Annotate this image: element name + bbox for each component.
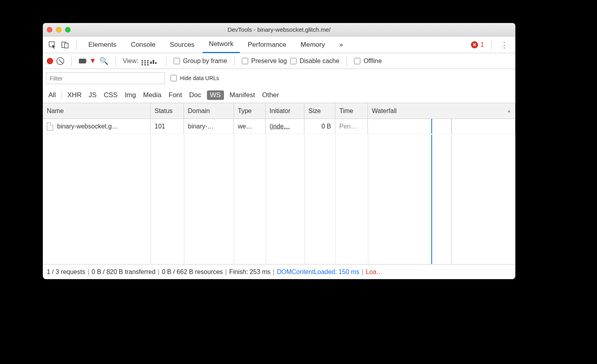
cell-type: we… [234,119,266,134]
separator [76,40,77,50]
requests-table: Name Status Domain Type Initiator Size T… [43,103,515,264]
type-ws[interactable]: WS [207,90,224,100]
overflow-icon: » [339,41,343,49]
tab-label: Network [209,40,233,48]
checkbox-input[interactable] [170,75,177,81]
checkbox-label: Disable cache [300,57,340,65]
tab-console[interactable]: Console [124,36,162,53]
type-doc[interactable]: Doc [188,90,203,100]
inspect-element-icon[interactable] [47,39,58,50]
col-domain[interactable]: Domain [184,103,234,119]
clear-icon[interactable] [56,57,64,65]
group-by-frame-checkbox[interactable]: Group by frame [174,57,227,65]
cell-name: binary-websocket.g… [43,119,151,134]
type-css[interactable]: CSS [102,90,119,100]
devtools-window: DevTools - binary-websocket.glitch.me/ E… [43,23,515,279]
separator [346,56,347,66]
table-row[interactable]: binary-websocket.g… 101 binary-… we… (in… [43,119,515,134]
dcl-line [431,135,432,264]
table-header: Name Status Domain Type Initiator Size T… [43,103,515,119]
kebab-menu-icon[interactable]: ⋮ [497,40,511,50]
preserve-log-checkbox[interactable]: Preserve log [242,57,287,65]
grid-line [451,135,452,264]
type-all[interactable]: All [47,90,57,100]
type-js[interactable]: JS [87,90,98,100]
tab-performance[interactable]: Performance [241,36,293,53]
dcl-marker [431,119,432,134]
tabs-overflow[interactable]: » [333,36,349,53]
column-gridlines [43,135,515,264]
cell-status: 101 [151,119,184,134]
checkbox-input[interactable] [290,58,297,64]
checkbox-input[interactable] [242,58,248,64]
cell-waterfall [368,119,515,134]
cell-size: 0 B [304,119,335,134]
cell-time: Pen… [335,119,368,134]
screenshot-icon[interactable] [79,59,86,63]
checkbox-label: Group by frame [183,57,227,65]
sb-load: Loa… [366,268,383,276]
type-filter-bar: All XHR JS CSS Img Media Font Doc WS Man… [43,87,515,103]
type-img[interactable]: Img [123,90,138,100]
tab-network[interactable]: Network [203,36,240,53]
tab-sources[interactable]: Sources [163,36,201,53]
type-other[interactable]: Other [260,90,281,100]
table-body: binary-websocket.g… 101 binary-… we… (in… [43,119,515,264]
type-xhr[interactable]: XHR [66,90,83,100]
status-bar: 1 / 3 requests| 0 B / 820 B transferred|… [43,264,515,279]
file-icon [47,123,53,130]
col-waterfall[interactable]: Waterfall [368,103,515,119]
sb-dcl: DOMContentLoaded: 150 ms [277,268,359,276]
sb-requests: 1 / 3 requests [47,268,85,276]
request-name: binary-websocket.g… [57,123,118,130]
sb-resources: 0 B / 662 B resources [162,268,223,276]
checkbox-input[interactable] [354,58,360,64]
separator [491,40,492,50]
tab-label: Elements [88,41,117,49]
separator [71,56,72,66]
cell-initiator[interactable]: (inde… [266,119,304,134]
col-name[interactable]: Name [43,103,151,119]
tab-memory[interactable]: Memory [294,36,331,53]
cell-domain: binary-… [184,119,234,134]
titlebar: DevTools - binary-websocket.glitch.me/ [43,23,515,36]
filter-input[interactable] [46,72,165,84]
type-font[interactable]: Font [167,90,184,100]
view-label: View: [123,57,138,65]
hide-data-urls-checkbox[interactable]: Hide data URLs [170,75,219,81]
col-initiator[interactable]: Initiator [266,103,304,119]
filter-icon[interactable]: ▼ [89,57,96,65]
disable-cache-checkbox[interactable]: Disable cache [290,57,340,65]
separator [115,56,116,66]
separator [61,91,62,99]
col-time[interactable]: Time [335,103,368,119]
separator [234,56,235,66]
filter-bar: Hide data URLs [43,69,515,87]
device-toolbar-icon[interactable] [59,39,71,50]
overview-icon[interactable] [150,58,159,64]
svg-rect-2 [65,43,68,48]
large-rows-icon[interactable] [142,60,143,61]
tab-label: Performance [248,41,286,49]
sb-finish: Finish: 253 ms [229,268,270,276]
checkbox-input[interactable] [174,58,180,64]
tab-label: Sources [170,41,194,49]
tab-elements[interactable]: Elements [82,36,123,53]
record-icon[interactable] [47,58,53,64]
col-size[interactable]: Size [304,103,335,119]
offline-checkbox[interactable]: Offline [354,57,382,65]
checkbox-label: Hide data URLs [180,75,219,81]
separator [166,56,166,66]
sb-transferred: 0 B / 820 B transferred [92,268,155,276]
error-icon: ✕ [471,41,478,48]
col-type[interactable]: Type [234,103,266,119]
type-manifest[interactable]: Manifest [228,90,256,100]
error-count-badge[interactable]: ✕ 1 [471,41,486,48]
tab-label: Memory [300,41,325,49]
search-icon[interactable]: 🔍 [100,57,108,65]
error-count: 1 [480,41,484,48]
col-status[interactable]: Status [151,103,184,119]
network-toolbar: ▼ 🔍 View: Group by frame Preserve log Di… [43,53,515,69]
tab-label: Console [131,41,155,49]
type-media[interactable]: Media [142,90,163,100]
